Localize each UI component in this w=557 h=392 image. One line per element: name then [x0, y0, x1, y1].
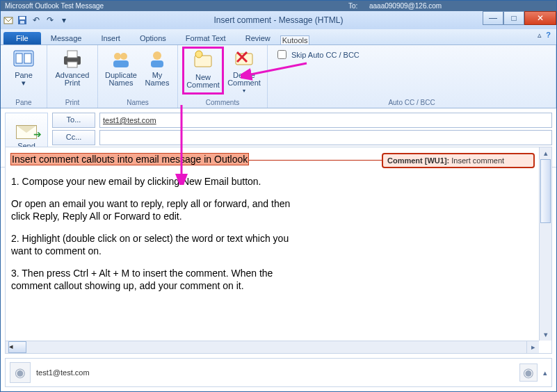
- body-para-3[interactable]: 2. Highlight (double click on or select)…: [11, 232, 303, 257]
- tab-options[interactable]: Options: [130, 32, 176, 44]
- hscroll-thumb[interactable]: ◂: [8, 341, 26, 353]
- background-to-label: To:: [348, 2, 357, 10]
- envelope-icon: ➔: [16, 125, 37, 139]
- svg-point-13: [153, 51, 161, 60]
- my-names-label: My Names: [145, 72, 170, 87]
- people-pane: ◉ test1@test.com ◉ ▴: [5, 358, 552, 387]
- people-pane-toggle-icon[interactable]: ▴: [543, 368, 547, 377]
- close-button[interactable]: ✕: [524, 11, 556, 25]
- vertical-scrollbar[interactable]: ▴ ▾: [539, 147, 551, 341]
- pane-icon: [13, 48, 35, 70]
- contact-address: test1@test.com: [36, 368, 90, 377]
- scroll-down-icon[interactable]: ▾: [540, 329, 551, 341]
- ribbon-tabs: File Message Insert Options Format Text …: [1, 29, 556, 45]
- avatar-mini-icon: ◉: [519, 364, 538, 382]
- delete-comment-button[interactable]: Delete Comment▾: [225, 47, 263, 95]
- scroll-right-icon[interactable]: ▸: [526, 341, 539, 353]
- cc-button[interactable]: Cc...: [52, 130, 95, 145]
- svg-rect-12: [113, 60, 129, 67]
- tab-file[interactable]: File: [3, 32, 41, 44]
- scroll-up-icon[interactable]: ▴: [540, 147, 551, 159]
- new-comment-icon: [192, 50, 214, 72]
- new-comment-label: New Comment: [186, 74, 220, 89]
- tab-formattext[interactable]: Format Text: [176, 32, 236, 44]
- tab-message[interactable]: Message: [41, 32, 92, 44]
- duplicate-names-label: Duplicate Names: [105, 72, 137, 87]
- skip-autocc-label: Skip Auto CC / BCC: [291, 51, 360, 59]
- svg-point-11: [120, 53, 127, 60]
- delete-comment-label: Delete Comment: [227, 72, 261, 87]
- minimize-ribbon-icon[interactable]: ▵: [538, 31, 542, 40]
- advanced-print-button[interactable]: Advanced Print: [51, 47, 93, 87]
- help-icon[interactable]: ?: [546, 31, 551, 40]
- group-label-names: Names: [102, 98, 173, 108]
- ribbon: Pane▾ Pane Advanced Print Print Duplicat…: [1, 45, 556, 108]
- my-names-button[interactable]: My Names: [141, 47, 173, 87]
- group-label-comments: Comments: [182, 98, 263, 108]
- group-label-autocc: Auto CC / BCC: [272, 98, 551, 108]
- editor-viewport[interactable]: Insert comment callouts into email messa…: [6, 147, 539, 341]
- background-window-title: Microsoft Outlook Test Message: [5, 2, 104, 10]
- advanced-print-label: Advanced Print: [56, 72, 90, 87]
- tab-kutools[interactable]: Kutools: [280, 35, 310, 44]
- titlebar: ↶ ↷ ▾ Insert comment - Message (HTML) — …: [1, 11, 556, 29]
- window-title: Insert comment - Message (HTML): [1, 15, 556, 25]
- body-para-4[interactable]: 3. Then press Ctrl + Alt + M to insert t…: [11, 267, 303, 292]
- comment-balloon[interactable]: Comment [WU1]: Insert comment: [382, 153, 535, 168]
- svg-rect-5: [16, 54, 22, 63]
- my-names-icon: [146, 48, 168, 70]
- svg-point-17: [195, 51, 202, 58]
- tab-review[interactable]: Review: [236, 32, 280, 44]
- svg-rect-6: [24, 54, 31, 63]
- group-label-print: Print: [51, 98, 93, 108]
- maximize-button[interactable]: □: [503, 11, 524, 25]
- minimize-button[interactable]: —: [483, 11, 503, 25]
- comment-label: Comment [WU1]:: [387, 156, 451, 165]
- delete-comment-icon: [233, 48, 255, 70]
- body-para-2[interactable]: Or open an email you want to reply, repl…: [11, 197, 303, 222]
- message-body-area: Insert comment callouts into email messa…: [5, 147, 552, 354]
- svg-rect-9: [67, 62, 77, 67]
- skip-autocc-checkbox[interactable]: [277, 50, 286, 59]
- svg-rect-8: [67, 51, 77, 58]
- pane-button[interactable]: Pane▾: [5, 47, 42, 87]
- svg-point-10: [114, 53, 121, 60]
- new-comment-button[interactable]: New Comment: [182, 47, 224, 95]
- avatar-icon: ◉: [10, 362, 31, 383]
- tab-insert[interactable]: Insert: [91, 32, 130, 44]
- duplicate-names-button[interactable]: Duplicate Names: [102, 47, 140, 87]
- svg-rect-14: [151, 60, 163, 67]
- horizontal-scrollbar[interactable]: ◂ ▸: [6, 341, 539, 353]
- duplicate-names-icon: [110, 48, 132, 70]
- body-para-1[interactable]: 1. Compose your new email by clicking Ne…: [11, 175, 303, 188]
- to-button[interactable]: To...: [52, 113, 95, 128]
- group-label-pane: Pane: [5, 98, 42, 108]
- message-body[interactable]: Insert comment callouts into email messa…: [11, 153, 303, 302]
- vscroll-thumb[interactable]: [540, 159, 551, 223]
- comment-text[interactable]: Insert comment: [451, 156, 504, 165]
- background-to-value: aaaa090909@126.com: [369, 2, 442, 10]
- highlighted-text[interactable]: Insert comment callouts into email messa…: [11, 154, 248, 165]
- cc-field[interactable]: [99, 130, 552, 145]
- to-field[interactable]: test1@test.com: [99, 113, 552, 128]
- printer-icon: [61, 48, 83, 70]
